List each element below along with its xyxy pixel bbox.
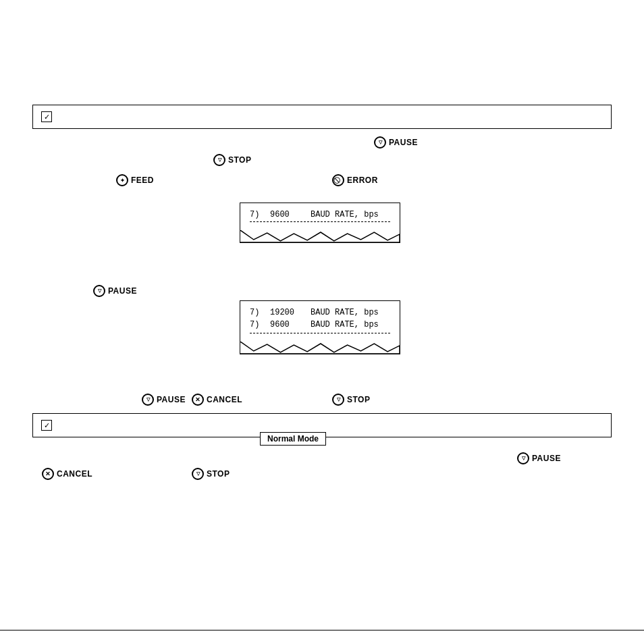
cancel-button-last[interactable]: ✕ CANCEL [42, 468, 92, 480]
cancel-label-bottom-row: CANCEL [207, 395, 242, 404]
cancel-icon-last: ✕ [42, 468, 54, 480]
paper-tear-1 [240, 230, 400, 242]
pause-label-last: PAUSE [532, 454, 561, 463]
normal-mode-container: Normal Mode [260, 433, 326, 444]
checkbox-top-icon: ✓ [41, 111, 52, 122]
pause-button-mid[interactable]: ▽ PAUSE [93, 285, 137, 297]
feed-icon: ✦ [116, 174, 128, 186]
checkbox-bottom-icon: ✓ [41, 420, 52, 431]
paper-box-1: 7) 9600 BAUD RATE, bps [240, 203, 400, 243]
normal-mode-button[interactable]: Normal Mode [260, 432, 326, 446]
stop-button-top[interactable]: ▽ STOP [213, 154, 251, 166]
row1-label: BAUD RATE, bps [311, 210, 379, 219]
paper-row-2b: 7) 9600 BAUD RATE, bps [250, 320, 390, 329]
pause-icon-top: ▽ [374, 136, 386, 149]
paper-row-2a: 7) 19200 BAUD RATE, bps [250, 308, 390, 317]
paper-tear-2 [240, 342, 400, 354]
row2a-val: 19200 [270, 308, 304, 317]
paper-box-2: 7) 19200 BAUD RATE, bps 7) 9600 BAUD RAT… [240, 300, 400, 354]
row2b-label: BAUD RATE, bps [311, 320, 379, 329]
row1-val: 9600 [270, 210, 304, 219]
dashed-line-1 [250, 221, 390, 222]
cancel-button-bottom-row[interactable]: ✕ CANCEL [192, 394, 242, 406]
error-button[interactable]: ⃠ ERROR [332, 174, 378, 186]
row2b-num: 7) [250, 320, 263, 329]
paper-row-1: 7) 9600 BAUD RATE, bps [250, 210, 390, 219]
pause-label-bottom-row: PAUSE [157, 395, 186, 404]
row2a-label: BAUD RATE, bps [311, 308, 379, 317]
pause-icon-mid: ▽ [93, 285, 105, 297]
stop-label-bottom-row: STOP [347, 395, 370, 404]
row1-num: 7) [250, 210, 263, 219]
bottom-divider [0, 630, 644, 630]
stop-label-top: STOP [228, 155, 251, 165]
stop-button-last[interactable]: ▽ STOP [192, 468, 230, 480]
dashed-line-2 [250, 333, 390, 333]
pause-label-mid: PAUSE [108, 286, 137, 296]
page-container: ✓ ▽ PAUSE ▽ STOP ✦ FEED ⃠ ERROR 7) 9600 … [0, 0, 644, 644]
feed-label: FEED [131, 176, 154, 185]
error-label: ERROR [347, 176, 378, 185]
row2b-val: 9600 [270, 320, 304, 329]
pause-icon-bottom-row: ▽ [142, 394, 154, 406]
cancel-label-last: CANCEL [57, 469, 92, 479]
cancel-icon-bottom-row: ✕ [192, 394, 204, 406]
pause-button-bottom-row[interactable]: ▽ PAUSE [142, 394, 186, 406]
pause-icon-last: ▽ [517, 452, 529, 464]
feed-button[interactable]: ✦ FEED [116, 174, 154, 186]
error-icon: ⃠ [332, 174, 344, 186]
stop-label-last: STOP [207, 469, 230, 479]
stop-icon-bottom-row: ▽ [332, 394, 344, 406]
pause-button-top[interactable]: ▽ PAUSE [374, 136, 418, 149]
stop-icon-last: ▽ [192, 468, 204, 480]
checkbox-bar-top: ✓ [32, 105, 612, 129]
pause-button-last[interactable]: ▽ PAUSE [517, 452, 561, 464]
stop-icon-top: ▽ [213, 154, 225, 166]
row2a-num: 7) [250, 308, 263, 317]
pause-label-top: PAUSE [389, 138, 418, 147]
stop-button-bottom-row[interactable]: ▽ STOP [332, 394, 370, 406]
